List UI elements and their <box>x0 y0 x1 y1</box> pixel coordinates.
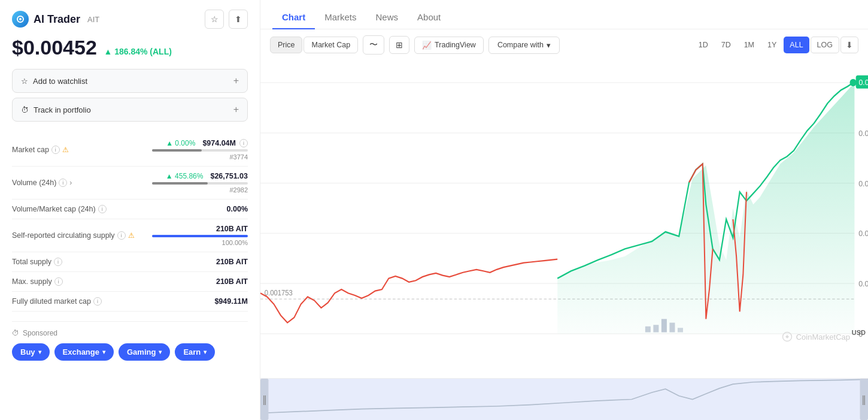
action-buttons: ☆ Add to watchlist + ⏱ Track in portfoli… <box>12 69 248 122</box>
fdmc-info-icon[interactable]: i <box>93 297 102 306</box>
price-button[interactable]: Price <box>270 37 302 53</box>
svg-text:0.0010: 0.0010 <box>858 279 868 289</box>
svg-rect-20 <box>645 327 651 333</box>
market-cap-progress <box>152 149 248 152</box>
time-1m[interactable]: 1M <box>738 37 760 53</box>
bottom-buttons: Buy ▾ Exchange ▾ Gaming ▾ Earn ▾ <box>12 343 248 361</box>
market-cap-info2-icon[interactable]: i <box>239 139 248 147</box>
svg-text:0.0030: 0.0030 <box>858 179 868 188</box>
volume-info-icon[interactable]: i <box>59 179 67 187</box>
usd-label: USD <box>852 329 866 336</box>
svg-text:‖: ‖ <box>861 394 866 405</box>
portfolio-icon: ⏱ <box>21 105 29 114</box>
watchlist-button[interactable]: ☆ Add to watchlist + <box>12 69 248 93</box>
line-chart-icon[interactable]: 〜 <box>363 35 384 55</box>
tab-about[interactable]: About <box>408 6 450 29</box>
time-7d[interactable]: 7D <box>715 37 737 53</box>
plus-icon: + <box>233 75 239 86</box>
total-supply-info-icon[interactable]: i <box>54 258 62 266</box>
watermark-text: CoinMarketCap <box>796 333 850 342</box>
share-button[interactable]: ⬆ <box>229 10 248 29</box>
log-button[interactable]: LOG <box>811 37 839 53</box>
circulating-pct: 100.00% <box>222 239 248 246</box>
price-change: ▲ 186.84% (ALL) <box>104 47 171 56</box>
max-supply-label: Max. supply <box>12 277 52 286</box>
svg-rect-24 <box>678 328 683 332</box>
vol-mktcap-info-icon[interactable]: i <box>98 205 107 213</box>
market-cap-value: $974.04M <box>202 139 236 147</box>
volume-progress <box>152 182 248 185</box>
exchange-label: Exchange <box>63 348 99 356</box>
circulating-progress <box>152 235 248 237</box>
svg-text:0.0048: 0.0048 <box>858 77 868 87</box>
vol-mktcap-label: Volume/Market cap (24h) <box>12 205 96 213</box>
star-button[interactable]: ☆ <box>205 10 224 29</box>
sponsored-text: Sponsored <box>23 329 57 337</box>
svg-point-17 <box>850 79 857 86</box>
coin-ticker: AIT <box>87 15 99 24</box>
time-all[interactable]: ALL <box>784 37 809 53</box>
time-period-buttons: 1D 7D 1M 1Y ALL LOG ⬇ <box>693 37 858 53</box>
download-button[interactable]: ⬇ <box>840 37 858 53</box>
portfolio-button[interactable]: ⏱ Track in portfolio + <box>12 98 248 122</box>
circulating-info-icon[interactable]: i <box>117 231 126 240</box>
volume-change: ▲ 455.86% <box>166 172 204 180</box>
volume-rank: #2982 <box>229 186 248 194</box>
svg-rect-21 <box>653 325 658 332</box>
gaming-button[interactable]: Gaming ▾ <box>119 343 170 361</box>
total-supply-value: 210B AIT <box>216 258 248 266</box>
market-cap-button[interactable]: Market Cap <box>304 37 358 53</box>
tab-news[interactable]: News <box>366 6 408 29</box>
mini-chart-svg: ‖ ‖ <box>260 379 868 420</box>
svg-point-1 <box>19 18 22 20</box>
star-icon: ☆ <box>21 77 28 86</box>
svg-text:‖: ‖ <box>262 394 267 405</box>
exchange-button[interactable]: Exchange ▾ <box>54 343 114 361</box>
gaming-chevron-icon: ▾ <box>159 349 162 355</box>
market-cap-label: Market cap <box>12 146 49 154</box>
total-supply-label: Total supply <box>12 258 51 266</box>
market-cap-info-icon[interactable]: i <box>51 146 60 154</box>
stat-vol-mktcap: Volume/Market cap (24h) i 0.00% <box>12 200 248 219</box>
earn-label: Earn <box>183 348 201 356</box>
stats-section: Market cap i ⚠ ▲ 0.00% $974.04M i #3774 … <box>12 134 248 312</box>
earn-button[interactable]: Earn ▾ <box>175 343 215 361</box>
volume-chevron[interactable]: › <box>69 179 72 187</box>
candle-chart-icon[interactable]: ⊞ <box>389 36 409 54</box>
tradingview-label: TradingView <box>435 41 476 49</box>
buy-label: Buy <box>20 348 35 356</box>
price-section: $0.00452 ▲ 186.84% (ALL) <box>12 36 248 59</box>
sponsored-icon: ⏱ <box>12 329 19 337</box>
time-1d[interactable]: 1D <box>693 37 714 53</box>
watchlist-label: Add to watchlist <box>33 77 87 86</box>
plus-icon-2: + <box>233 104 239 115</box>
earn-chevron-icon: ▾ <box>204 349 207 355</box>
stat-fdmc: Fully diluted market cap i $949.11M <box>12 292 248 312</box>
stat-circulating-supply: Self-reported circulating supply i ⚠ 210… <box>12 219 248 252</box>
market-cap-rank: #3774 <box>229 153 248 161</box>
tab-chart[interactable]: Chart <box>272 6 315 29</box>
volume-value: $26,751.03 <box>210 172 248 180</box>
svg-text:0.0020: 0.0020 <box>858 229 868 238</box>
coin-name: AI Trader <box>34 13 80 26</box>
price-mktcap-group: Price Market Cap <box>270 37 358 53</box>
stat-market-cap: Market cap i ⚠ ▲ 0.00% $974.04M i #3774 <box>12 134 248 167</box>
coin-actions: ☆ ⬆ <box>205 10 248 29</box>
chart-tabs: Chart Markets News About <box>260 0 868 29</box>
compare-button[interactable]: Compare with ▾ <box>488 37 560 54</box>
market-cap-change: ▲ 0.00% <box>166 139 195 147</box>
svg-rect-23 <box>669 323 675 333</box>
svg-text:0.001753: 0.001753 <box>265 288 293 297</box>
chart-wrapper: 0.0050 0.0040 0.0030 0.0020 0.0010 0 0.0… <box>260 61 868 378</box>
tab-markets[interactable]: Markets <box>315 6 366 29</box>
buy-button[interactable]: Buy ▾ <box>12 343 50 361</box>
coin-logo <box>12 11 29 28</box>
chart-area: Chart Markets News About Price Market Ca… <box>260 0 868 420</box>
vol-mktcap-value: 0.00% <box>227 205 248 213</box>
time-1y[interactable]: 1Y <box>761 37 782 53</box>
market-cap-warn-icon: ⚠ <box>62 146 69 154</box>
tradingview-button[interactable]: 📈 TradingView <box>414 37 484 54</box>
fdmc-label: Fully diluted market cap <box>12 297 91 306</box>
chart-watermark: CoinMarketCap <box>782 331 850 342</box>
max-supply-info-icon[interactable]: i <box>54 277 63 286</box>
